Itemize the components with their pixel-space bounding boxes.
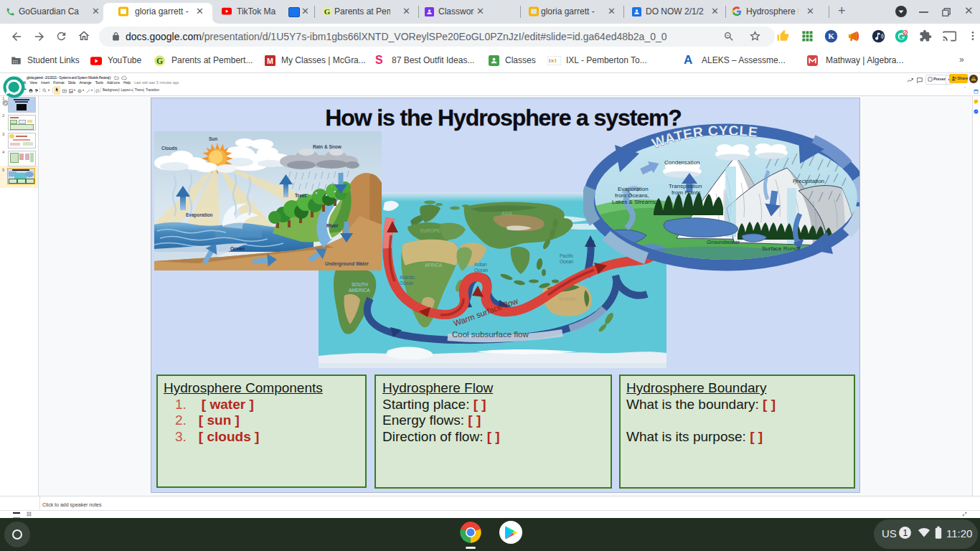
svg-text:EUROPE: EUROPE — [420, 228, 440, 233]
svg-text:Trees: Trees — [295, 193, 307, 198]
svg-text:M: M — [267, 57, 273, 65]
svg-text:G: G — [156, 57, 163, 66]
svg-text:Ocean: Ocean — [400, 281, 414, 286]
svg-text:Australia: Australia — [558, 296, 577, 301]
svg-text:Condensation: Condensation — [664, 159, 699, 166]
svg-text:Precipitation: Precipitation — [793, 178, 824, 184]
svg-text:Cool subsurface flow: Cool subsurface flow — [452, 330, 529, 339]
svg-text:Clouds: Clouds — [161, 146, 177, 151]
svg-text:Pacific: Pacific — [560, 253, 574, 258]
svg-text:l: l — [555, 57, 556, 64]
svg-text:i: i — [549, 57, 550, 64]
svg-text:Lakes & Streams: Lakes & Streams — [612, 199, 656, 205]
svg-text:Surface Runoff: Surface Runoff — [762, 245, 801, 252]
svg-text:Ocean: Ocean — [474, 268, 489, 273]
svg-text:Underground Water: Underground Water — [325, 261, 369, 267]
svg-text:Ocean: Ocean — [230, 246, 245, 251]
svg-text:Ocean: Ocean — [560, 259, 574, 264]
svg-text:Transpiration: Transpiration — [669, 183, 702, 189]
svg-text:Groundwater: Groundwater — [707, 239, 740, 245]
svg-text:K: K — [828, 32, 834, 40]
svg-text:Atlantic: Atlantic — [400, 275, 415, 280]
svg-text:River: River — [326, 223, 339, 228]
svg-text:ASIA: ASIA — [501, 211, 512, 216]
svg-text:AFRICA: AFRICA — [425, 263, 443, 268]
svg-text:Sun: Sun — [209, 136, 217, 141]
svg-text:Evaporation: Evaporation — [618, 186, 649, 192]
svg-text:SOUTH: SOUTH — [352, 282, 368, 287]
svg-text:Indian: Indian — [474, 262, 487, 267]
svg-text:from Plants: from Plants — [672, 189, 700, 196]
svg-text:Rain & Snow: Rain & Snow — [313, 144, 342, 149]
svg-text:G: G — [324, 7, 331, 16]
svg-text:from Oceans,: from Oceans, — [615, 192, 649, 199]
svg-text:AMERICA: AMERICA — [349, 288, 370, 293]
svg-text:Evaporation: Evaporation — [186, 212, 213, 218]
